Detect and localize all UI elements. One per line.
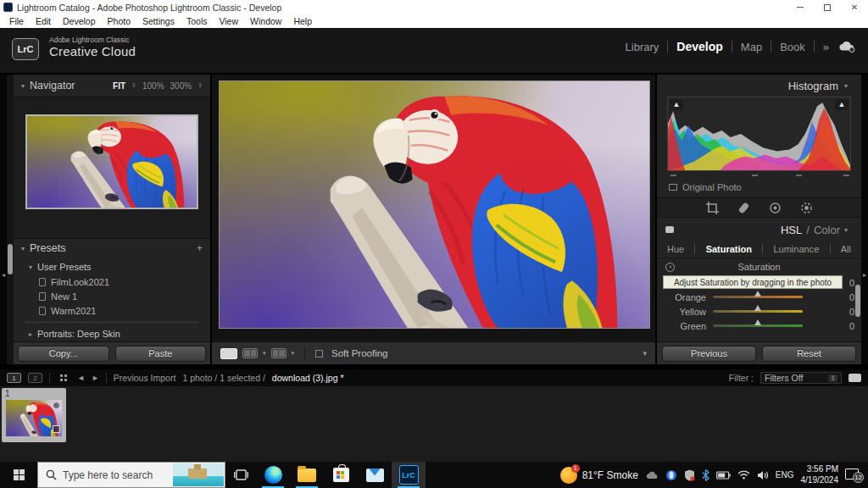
before-after-tb-icon[interactable] (271, 348, 287, 358)
language-indicator[interactable]: ENG (776, 470, 794, 480)
module-develop[interactable]: Develop (676, 40, 722, 53)
security-shield-icon[interactable] (684, 469, 695, 481)
battery-icon[interactable] (716, 471, 731, 480)
preset-item-warm2021[interactable]: Warm2021 (14, 303, 210, 318)
menu-file[interactable]: File (3, 16, 30, 26)
orange-value[interactable]: 0 (839, 292, 854, 302)
histogram-chart[interactable]: ▲ ▲ (667, 97, 851, 171)
menu-develop[interactable]: Develop (57, 16, 102, 26)
highlight-clipping-indicator[interactable]: ▲ (835, 99, 849, 110)
navigator-zoom-300[interactable]: 300% (170, 81, 192, 91)
menu-view[interactable]: View (213, 16, 244, 26)
close-button[interactable]: ✕ (841, 0, 868, 14)
taskbar-app-edge[interactable] (256, 462, 290, 488)
left-scroll-thumb[interactable] (8, 244, 13, 274)
weather-widget[interactable]: 1 81°F Smoke (560, 467, 638, 484)
menu-photo[interactable]: Photo (102, 16, 136, 26)
before-after-lr-icon[interactable] (242, 348, 258, 358)
taskbar-app-store[interactable] (324, 462, 358, 488)
navigator-header[interactable]: ▾ Navigator FIT ⇕ 100% 300% ⇕ (14, 75, 210, 97)
start-button[interactable] (0, 462, 37, 488)
preset-group-user-presets[interactable]: ▾ User Presets (14, 259, 210, 274)
navigator-fit[interactable]: FIT (113, 81, 125, 91)
caret-down-icon[interactable]: ▾ (263, 350, 266, 357)
current-filename[interactable]: download (3).jpg * (272, 373, 344, 383)
color-title[interactable]: Color (814, 224, 840, 236)
taskbar-app-mail[interactable] (358, 462, 392, 488)
navigator-zoom-100[interactable]: 100% (142, 81, 164, 91)
source-label[interactable]: Previous Import (114, 373, 176, 383)
module-book[interactable]: Book (780, 41, 805, 53)
taskbar-clock[interactable]: 3:56 PM 4/19/2024 (801, 464, 839, 485)
crop-tool-icon[interactable] (706, 202, 719, 214)
opera-icon[interactable] (665, 469, 677, 481)
restore-button[interactable] (814, 0, 841, 14)
menu-edit[interactable]: Edit (30, 16, 57, 26)
masking-tool-icon[interactable] (800, 202, 813, 214)
taskbar-search[interactable]: Type here to search (37, 462, 225, 488)
reset-button[interactable]: Reset (762, 346, 856, 362)
left-panel-collapse-strip[interactable]: ◂ (0, 75, 7, 364)
action-center-button[interactable]: 12 (845, 468, 864, 483)
second-window-icon[interactable]: 2 (28, 373, 42, 383)
preset-item-filmlook2021[interactable]: FilmLook2021 (14, 274, 210, 289)
volume-icon[interactable] (757, 470, 769, 480)
filmstrip-thumbnail-cell[interactable]: 1 (2, 388, 66, 442)
red-eye-tool-icon[interactable] (769, 202, 782, 214)
left-panel-scrollbar[interactable] (7, 75, 14, 364)
menu-window[interactable]: Window (244, 16, 287, 26)
module-library[interactable]: Library (626, 41, 659, 53)
toolbar-options-caret-icon[interactable]: ▾ (643, 349, 647, 358)
previous-photo-icon[interactable]: ◄ (77, 374, 85, 382)
slider-thumb[interactable] (754, 305, 761, 311)
green-slider[interactable] (713, 324, 803, 327)
histogram-header[interactable]: Histogram ▾ (657, 75, 861, 97)
right-panel-collapse-strip[interactable]: ▸ (861, 75, 868, 364)
preset-group-portraits-deep-skin[interactable]: ▸ Portraits: Deep Skin (14, 326, 210, 341)
taskbar-app-explorer[interactable] (290, 462, 324, 488)
soft-proofing-checkbox[interactable] (315, 350, 323, 358)
panel-toggle-switch[interactable] (665, 226, 674, 233)
module-overflow-icon[interactable]: » (823, 41, 829, 53)
slider-thumb[interactable] (754, 291, 761, 297)
shadow-clipping-indicator[interactable]: ▲ (670, 99, 683, 110)
tab-all[interactable]: All (841, 244, 851, 254)
filter-toggle-switch[interactable] (849, 374, 861, 382)
menu-settings[interactable]: Settings (136, 16, 181, 26)
menu-tools[interactable]: Tools (181, 16, 214, 26)
tab-luminance[interactable]: Luminance (773, 244, 819, 254)
filter-dropdown[interactable]: Filters Off ⇕ (760, 372, 842, 384)
hsl-title[interactable]: HSL (781, 224, 802, 236)
original-photo-row[interactable]: Original Photo (657, 180, 861, 195)
main-window-icon[interactable]: 1 (7, 373, 21, 383)
add-preset-button[interactable]: + (197, 242, 203, 254)
orange-slider[interactable] (713, 296, 803, 298)
yellow-value[interactable]: 0 (839, 307, 854, 317)
cloud-sync-icon[interactable] (837, 40, 856, 53)
copy-button[interactable]: Copy... (18, 346, 109, 362)
wifi-icon[interactable] (737, 470, 750, 480)
task-view-button[interactable] (225, 462, 256, 488)
tab-saturation[interactable]: Saturation (706, 244, 752, 254)
search-highlight-image[interactable] (173, 463, 224, 486)
photo-canvas[interactable] (219, 80, 650, 329)
preset-item-new1[interactable]: New 1 (14, 289, 210, 303)
minimize-button[interactable] (787, 0, 814, 14)
presets-header[interactable]: ▾ Presets + (14, 239, 210, 258)
slider-thumb[interactable] (754, 319, 761, 325)
zoom-spinner-icon[interactable]: ⇕ (198, 82, 203, 89)
yellow-slider[interactable] (713, 310, 803, 313)
healing-tool-icon[interactable] (737, 202, 750, 214)
tab-hue[interactable]: Hue (667, 244, 684, 254)
hsl-panel-header[interactable]: HSL / Color ▾ (657, 219, 861, 240)
green-value[interactable]: 0 (839, 321, 854, 331)
module-map[interactable]: Map (741, 41, 762, 53)
grid-view-icon[interactable] (60, 374, 67, 381)
caret-down-icon[interactable]: ▾ (292, 350, 295, 357)
paste-button[interactable]: Paste (115, 346, 207, 362)
onedrive-icon[interactable] (645, 470, 659, 480)
bluetooth-icon[interactable] (702, 469, 709, 481)
previous-button[interactable]: Previous (662, 346, 756, 362)
taskbar-app-lightroom[interactable]: LrC (392, 462, 426, 488)
loupe-view-icon[interactable] (220, 348, 237, 359)
